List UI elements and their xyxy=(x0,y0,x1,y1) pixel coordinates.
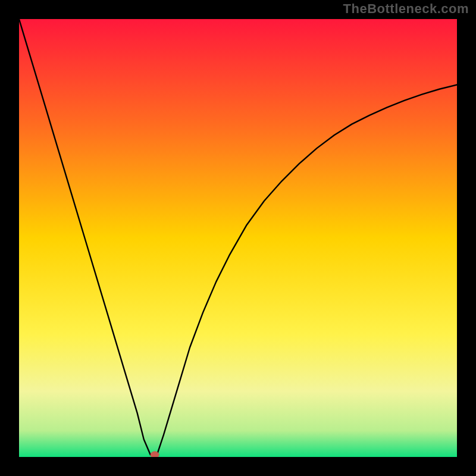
chart-svg xyxy=(19,19,457,457)
optimum-marker xyxy=(151,452,159,457)
plot-area xyxy=(19,19,457,457)
watermark-text: TheBottleneck.com xyxy=(343,1,469,17)
chart-frame: TheBottleneck.com xyxy=(0,0,476,476)
